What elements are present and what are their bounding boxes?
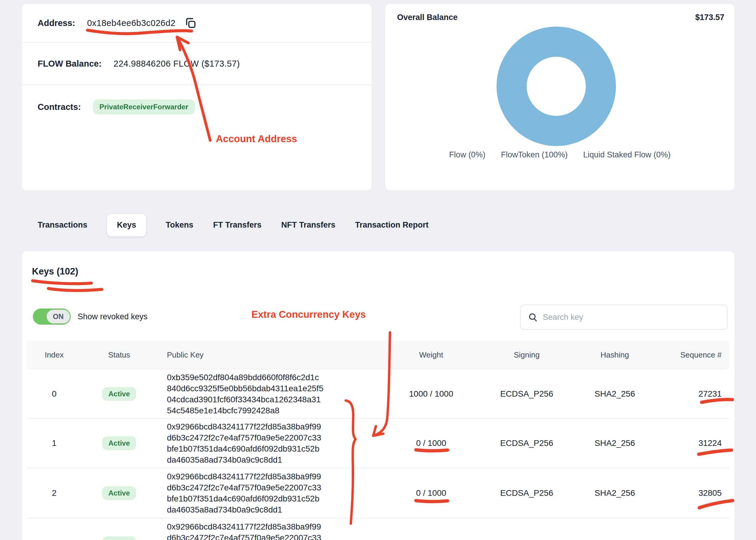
key-weight: 0 / 1000 bbox=[386, 439, 476, 448]
key-row-0: 0 Active 0xb359e502df804a89bdd660f0f8f6c… bbox=[27, 369, 729, 419]
legend-item-liquid-staked: Liquid Staked Flow (0%) bbox=[583, 150, 671, 160]
flow-balance-value: 224.98846206 FLOW ($173.57) bbox=[113, 59, 240, 69]
public-key: 0x92966bcd843241177f22fd85a38ba9f99d6b3c… bbox=[157, 521, 386, 540]
key-status: Active bbox=[82, 536, 157, 540]
keys-panel: Keys (102) ON Show revoked keys Index St… bbox=[22, 251, 734, 540]
address-value: 0x18eb4ee6b3c026d2 bbox=[87, 18, 175, 28]
key-index: 0 bbox=[27, 389, 82, 399]
header-hashing: Hashing bbox=[578, 350, 652, 359]
keys-panel-title: Keys (102) bbox=[32, 266, 78, 277]
legend-item-flow: Flow (0%) bbox=[449, 150, 486, 160]
key-index: 3 bbox=[27, 539, 82, 540]
tab-tokens[interactable]: Tokens bbox=[166, 220, 193, 230]
show-revoked-keys-toggle[interactable]: ON bbox=[33, 309, 71, 325]
header-public-key: Public Key bbox=[157, 350, 386, 359]
annotation-extra-keys-label: Extra Concurrency Keys bbox=[252, 309, 366, 320]
overall-balance-title: Overall Balance bbox=[397, 13, 458, 22]
key-status: Active bbox=[82, 486, 157, 500]
tab-keys[interactable]: Keys bbox=[107, 214, 146, 236]
flow-balance-label: FLOW Balance: bbox=[38, 59, 101, 69]
donut-legend: Flow (0%) FlowToken (100%) Liquid Staked… bbox=[385, 150, 734, 160]
header-index: Index bbox=[27, 350, 82, 359]
contract-badge[interactable]: PrivateReceiverForwarder bbox=[93, 99, 195, 114]
key-status: Active bbox=[82, 387, 157, 401]
address-row: Address: 0x18eb4ee6b3c026d2 bbox=[22, 4, 372, 43]
key-signing: ECDSA_P256 bbox=[476, 488, 578, 498]
keys-table-header: Index Status Public Key Weight Signing H… bbox=[27, 340, 729, 369]
tab-transactions[interactable]: Transactions bbox=[38, 220, 87, 230]
account-tabs: Transactions Keys Tokens FT Transfers NF… bbox=[38, 210, 428, 240]
key-signing: ECDSA_P256 bbox=[476, 389, 578, 399]
key-sequence: 33412 bbox=[652, 539, 722, 540]
tab-nft-transfers[interactable]: NFT Transfers bbox=[281, 220, 336, 230]
key-sequence: 32805 bbox=[652, 488, 722, 498]
header-weight: Weight bbox=[386, 350, 476, 359]
contracts-label: Contracts: bbox=[38, 102, 81, 112]
search-key-box[interactable] bbox=[520, 305, 728, 330]
status-badge: Active bbox=[102, 387, 136, 401]
public-key: 0xb359e502df804a89bdd660f0f8f6c2d1c840d6… bbox=[157, 372, 386, 416]
annotation-account-address-label: Account Address bbox=[216, 133, 297, 145]
key-hashing: SHA2_256 bbox=[578, 389, 652, 399]
contracts-row: Contracts: PrivateReceiverForwarder bbox=[22, 85, 372, 118]
overall-balance-card: Overall Balance $173.57 Flow (0%) FlowTo… bbox=[385, 4, 734, 191]
key-signing: ECDSA_P256 bbox=[476, 539, 578, 540]
key-weight: 0 / 1000 bbox=[386, 488, 476, 498]
flow-balance-row: FLOW Balance: 224.98846206 FLOW ($173.57… bbox=[22, 43, 372, 85]
key-weight: 0 / 1000 bbox=[386, 539, 476, 540]
key-sequence: 31224 bbox=[652, 439, 722, 448]
balance-donut-chart bbox=[496, 27, 616, 146]
search-icon bbox=[528, 312, 538, 322]
public-key: 0x92966bcd843241177f22fd85a38ba9f99d6b3c… bbox=[157, 471, 386, 515]
tab-ft-transfers[interactable]: FT Transfers bbox=[213, 220, 262, 230]
key-sequence: 27231 bbox=[652, 389, 722, 399]
key-hashing: SHA2_256 bbox=[578, 539, 652, 540]
key-status: Active bbox=[82, 436, 157, 450]
copy-address-icon[interactable] bbox=[184, 16, 197, 30]
key-signing: ECDSA_P256 bbox=[476, 439, 578, 448]
show-revoked-keys-label: Show revoked keys bbox=[78, 312, 148, 321]
toggle-knob[interactable]: ON bbox=[47, 310, 70, 324]
overall-balance-amount: $173.57 bbox=[695, 13, 724, 22]
header-signing: Signing bbox=[476, 350, 578, 359]
key-row-3: 3 Active 0x92966bcd843241177f22fd85a38ba… bbox=[27, 518, 729, 540]
address-label: Address: bbox=[38, 18, 75, 28]
header-sequence: Sequence # bbox=[652, 350, 722, 359]
legend-item-flowtoken: FlowToken (100%) bbox=[501, 150, 568, 160]
public-key: 0x92966bcd843241177f22fd85a38ba9f99d6b3c… bbox=[157, 421, 386, 465]
status-badge: Active bbox=[102, 536, 136, 540]
key-hashing: SHA2_256 bbox=[578, 488, 652, 498]
key-hashing: SHA2_256 bbox=[578, 439, 652, 448]
tab-transaction-report[interactable]: Transaction Report bbox=[355, 220, 428, 230]
key-index: 1 bbox=[27, 439, 82, 448]
key-row-2: 2 Active 0x92966bcd843241177f22fd85a38ba… bbox=[27, 468, 729, 518]
status-badge: Active bbox=[102, 486, 136, 500]
search-key-input[interactable] bbox=[543, 313, 710, 322]
account-summary-card: Address: 0x18eb4ee6b3c026d2 FLOW Balance… bbox=[22, 4, 372, 191]
header-status: Status bbox=[82, 350, 157, 359]
flow-account-page: { "account_card": { "address_label": "Ad… bbox=[0, 0, 756, 540]
key-weight: 1000 / 1000 bbox=[386, 389, 476, 399]
key-index: 2 bbox=[27, 488, 82, 498]
key-row-1: 1 Active 0x92966bcd843241177f22fd85a38ba… bbox=[27, 419, 729, 468]
status-badge: Active bbox=[102, 436, 136, 450]
